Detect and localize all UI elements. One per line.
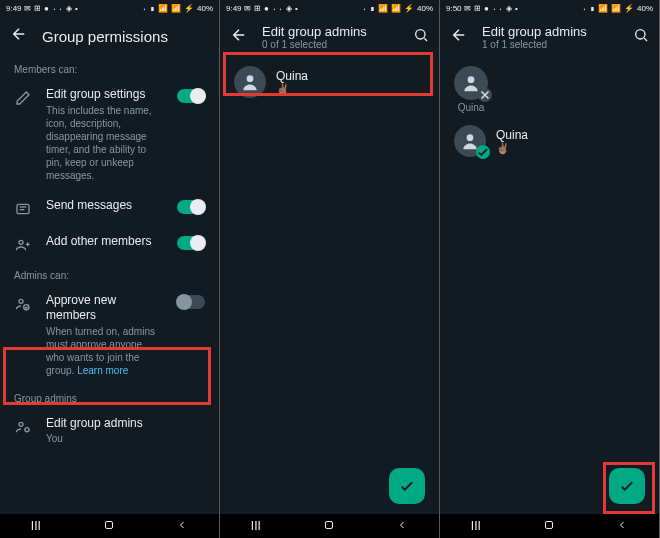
search-icon[interactable] xyxy=(633,27,649,47)
edit-settings-desc: This includes the name, icon, descriptio… xyxy=(46,104,163,182)
edit-settings-title: Edit group settings xyxy=(46,87,163,103)
app-header: Edit group admins 1 of 1 selected xyxy=(440,16,659,58)
back-icon[interactable] xyxy=(450,26,468,48)
screen-edit-admins-selected: 9:50 ✉ ⊞ ● ⬪⬪ ◈ • ⬪ ▮ 📶 📶 ⚡ 40% Edit gro… xyxy=(440,0,659,538)
edit-group-settings-row[interactable]: Edit group settings This includes the na… xyxy=(0,79,219,190)
approve-members-row[interactable]: Approve new members When turned on, admi… xyxy=(0,285,219,385)
nav-home[interactable] xyxy=(103,519,115,534)
svg-point-10 xyxy=(247,75,254,82)
contact-name: Quina xyxy=(496,128,528,142)
contact-name: Quina xyxy=(276,69,308,83)
person-add-icon xyxy=(14,236,32,254)
members-can-label: Members can: xyxy=(0,56,219,79)
svg-point-6 xyxy=(19,422,23,426)
learn-more-link[interactable]: Learn more xyxy=(77,365,128,376)
send-messages-toggle[interactable] xyxy=(177,200,205,214)
nav-recents[interactable]: III xyxy=(251,519,261,533)
edit-admins-title: Edit group admins xyxy=(46,416,205,432)
contact-row[interactable]: Quina ✌🏽 xyxy=(440,117,659,165)
back-icon[interactable] xyxy=(10,25,28,47)
status-icons-left: ✉ ⊞ ● ⬪⬪ ◈ • xyxy=(24,4,79,13)
navbar: III xyxy=(440,514,659,538)
selected-chips: Quina xyxy=(440,58,659,117)
page-title: Edit group admins xyxy=(262,24,399,39)
page-title: Edit group admins xyxy=(482,24,619,39)
avatar xyxy=(454,125,486,157)
status-bar: 9:49 ✉ ⊞ ● ⬪⬪ ◈ • ⬪ ▮ 📶 📶 ⚡ 40% xyxy=(220,0,439,16)
nav-back[interactable] xyxy=(396,519,408,534)
screen-group-permissions: 9:49 ✉ ⊞ ● ⬪⬪ ◈ • ⬪ ▮ 📶 📶 ⚡ 40% Group pe… xyxy=(0,0,219,538)
contact-status: ✌🏽 xyxy=(276,83,308,96)
send-messages-row[interactable]: Send messages xyxy=(0,190,219,226)
status-battery: 40% xyxy=(637,4,653,13)
admins-icon xyxy=(14,418,32,436)
send-messages-title: Send messages xyxy=(46,198,163,214)
search-icon[interactable] xyxy=(413,27,429,47)
check-icon xyxy=(476,145,490,159)
screen-edit-admins-unselected: 9:49 ✉ ⊞ ● ⬪⬪ ◈ • ⬪ ▮ 📶 📶 ⚡ 40% Edit gro… xyxy=(220,0,439,538)
status-icons-left: ✉ ⊞ ● ⬪⬪ ◈ • xyxy=(244,4,299,13)
contact-row[interactable]: Quina ✌🏽 xyxy=(220,58,439,106)
app-header: Edit group admins 0 of 1 selected xyxy=(220,16,439,58)
remove-icon[interactable] xyxy=(478,88,492,102)
navbar: III xyxy=(220,514,439,538)
edit-admins-row[interactable]: Edit group admins You xyxy=(0,408,219,454)
svg-point-13 xyxy=(468,76,475,83)
status-time: 9:49 xyxy=(226,4,242,13)
svg-point-9 xyxy=(416,30,425,39)
svg-point-7 xyxy=(25,427,29,431)
status-icons-right: ⬪ ▮ 📶 📶 ⚡ xyxy=(362,4,415,13)
svg-point-14 xyxy=(467,134,474,141)
nav-home[interactable] xyxy=(323,519,335,534)
confirm-fab[interactable] xyxy=(609,468,645,504)
status-icons-left: ✉ ⊞ ● ⬪⬪ ◈ • xyxy=(464,4,519,13)
nav-back[interactable] xyxy=(176,519,188,534)
add-members-title: Add other members xyxy=(46,234,163,250)
svg-point-3 xyxy=(19,240,23,244)
status-time: 9:50 xyxy=(446,4,462,13)
navbar: III xyxy=(0,514,219,538)
status-battery: 40% xyxy=(417,4,433,13)
status-icons-right: ⬪ ▮ 📶 📶 ⚡ xyxy=(582,4,635,13)
add-members-row[interactable]: Add other members xyxy=(0,226,219,262)
content: Members can: Edit group settings This in… xyxy=(0,56,219,514)
approve-toggle[interactable] xyxy=(177,295,205,309)
message-icon xyxy=(14,200,32,218)
nav-back[interactable] xyxy=(616,519,628,534)
admins-can-label: Admins can: xyxy=(0,262,219,285)
nav-recents[interactable]: III xyxy=(31,519,41,533)
pencil-icon xyxy=(14,89,32,107)
approve-title: Approve new members xyxy=(46,293,163,324)
nav-home[interactable] xyxy=(543,519,555,534)
add-members-toggle[interactable] xyxy=(177,236,205,250)
status-battery: 40% xyxy=(197,4,213,13)
svg-rect-11 xyxy=(325,521,332,528)
svg-point-12 xyxy=(636,30,645,39)
svg-rect-8 xyxy=(105,521,112,528)
status-bar: 9:49 ✉ ⊞ ● ⬪⬪ ◈ • ⬪ ▮ 📶 📶 ⚡ 40% xyxy=(0,0,219,16)
selected-chip[interactable]: Quina xyxy=(454,66,488,113)
status-icons-right: ⬪ ▮ 📶 📶 ⚡ xyxy=(142,4,195,13)
contact-status: ✌🏽 xyxy=(496,142,528,155)
edit-admins-sub: You xyxy=(46,432,205,445)
svg-rect-15 xyxy=(545,521,552,528)
back-icon[interactable] xyxy=(230,26,248,48)
approve-icon xyxy=(14,295,32,313)
avatar xyxy=(454,66,488,100)
page-subtitle: 0 of 1 selected xyxy=(262,39,399,50)
page-subtitle: 1 of 1 selected xyxy=(482,39,619,50)
status-bar: 9:50 ✉ ⊞ ● ⬪⬪ ◈ • ⬪ ▮ 📶 📶 ⚡ 40% xyxy=(440,0,659,16)
nav-recents[interactable]: III xyxy=(471,519,481,533)
edit-settings-toggle[interactable] xyxy=(177,89,205,103)
group-admins-label: Group admins xyxy=(0,385,219,408)
status-time: 9:49 xyxy=(6,4,22,13)
svg-point-4 xyxy=(19,299,23,303)
confirm-fab[interactable] xyxy=(389,468,425,504)
avatar xyxy=(234,66,266,98)
page-title: Group permissions xyxy=(42,28,209,45)
app-header: Group permissions xyxy=(0,16,219,56)
